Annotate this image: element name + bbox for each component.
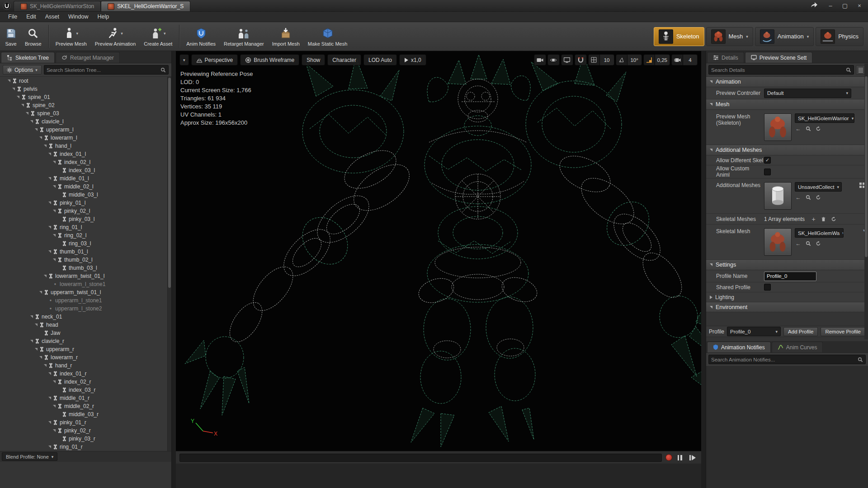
viewport-3d[interactable]: Perspective Brush Wireframe Show Charact… (176, 51, 701, 451)
reset-to-default-icon[interactable] (815, 240, 821, 247)
tree-row-bone[interactable]: middle_02_l (0, 183, 171, 191)
tree-row-bone[interactable]: index_02_l (0, 158, 171, 166)
tab-animation-notifies[interactable]: Animation Notifies (707, 342, 771, 352)
titlebar-drag-area[interactable] (190, 0, 808, 11)
additional-meshes-dropdown[interactable]: UnsavedCollect (795, 182, 842, 192)
section-header-mesh[interactable]: Mesh (706, 99, 868, 110)
tree-row-bone[interactable]: spine_01 (0, 93, 171, 101)
menu-item[interactable]: Asset (41, 12, 64, 21)
camera-speed-control[interactable]: 4 (671, 54, 698, 66)
menu-item[interactable]: Edit (22, 12, 41, 21)
tree-row-bone[interactable]: hand_r (0, 361, 171, 370)
tree-row-bone[interactable]: thumb_02_l (0, 256, 171, 264)
close-button[interactable]: × (853, 1, 866, 11)
browse-to-asset-icon[interactable] (805, 125, 811, 132)
menu-item[interactable]: Help (93, 12, 113, 21)
tree-row-bone[interactable]: clavicle_r (0, 337, 171, 345)
use-selected-asset-icon[interactable]: ← (795, 125, 802, 132)
preview-mesh-dropdown[interactable]: SK_HellGolemWarrior (795, 113, 854, 123)
camera-icon[interactable] (534, 54, 546, 66)
tree-row-bone[interactable]: head (0, 321, 171, 329)
expander-arrow-icon[interactable] (52, 404, 57, 409)
expander-arrow-icon[interactable] (33, 323, 38, 328)
remove-profile-button[interactable]: Remove Profile (821, 327, 865, 336)
tree-row-bone[interactable]: middle_02_r (0, 402, 171, 410)
profile-name-input[interactable] (764, 272, 816, 281)
skeleton-tree-search[interactable] (44, 65, 169, 75)
tree-row-bone[interactable]: pinky_03_l (0, 215, 171, 223)
expander-arrow-icon[interactable] (52, 258, 57, 263)
tab-anim-curves[interactable]: Anim Curves (772, 342, 823, 352)
tree-row-bone[interactable]: upperarm_l_stone1 (0, 296, 171, 305)
expander-arrow-icon[interactable] (47, 201, 52, 206)
tree-scrollbar[interactable] (167, 77, 171, 451)
expander-arrow-icon[interactable] (47, 420, 52, 425)
character-menu-button[interactable]: Character (327, 54, 361, 66)
skeletal-mesh-thumbnail[interactable] (764, 228, 792, 256)
expander-arrow-icon[interactable] (47, 176, 52, 181)
tree-row-bone[interactable]: spine_02 (0, 101, 171, 109)
reset-to-default-icon[interactable] (815, 194, 821, 201)
tree-row-bone[interactable]: pelvis (0, 85, 171, 93)
expander-arrow-icon[interactable] (38, 355, 43, 360)
record-button[interactable] (665, 454, 672, 461)
viewport-options-button[interactable] (179, 54, 189, 66)
tab-skeleton-tree[interactable]: Skeleton Tree (1, 52, 55, 63)
tree-row-bone[interactable]: clavicle_l (0, 117, 171, 126)
preview-mesh-button[interactable]: Preview Mesh (52, 23, 91, 50)
expander-arrow-icon[interactable] (15, 95, 20, 100)
expander-arrow-icon[interactable] (52, 209, 57, 214)
anim-notifies-button[interactable]: Anim Notifies (182, 23, 220, 50)
tree-row-bone[interactable]: root (0, 77, 171, 85)
skeletal-mesh-dropdown[interactable]: SK_HellGolemWa (795, 228, 844, 238)
additional-meshes-thumbnail[interactable] (764, 182, 792, 210)
expander-arrow-icon[interactable] (47, 445, 52, 450)
use-selected-asset-icon[interactable]: ← (795, 194, 802, 201)
grid-snap-control[interactable]: 10 (588, 54, 614, 66)
preview-animation-dropdown-icon[interactable] (121, 31, 123, 36)
profile-select-dropdown[interactable]: Profile_0 (727, 327, 781, 336)
mode-button-animation[interactable]: Animation (755, 27, 814, 46)
tree-row-bone[interactable]: pinky_01_r (0, 418, 171, 427)
expander-arrow-icon[interactable] (42, 274, 47, 279)
expander-arrow-icon[interactable] (47, 152, 52, 157)
mode-button-physics[interactable]: Physics (816, 27, 863, 46)
lod-auto-button[interactable]: LOD Auto (363, 54, 397, 66)
expander-arrow-icon[interactable] (52, 380, 57, 385)
tree-row-bone[interactable]: upperarm_twist_01_l (0, 288, 171, 296)
tree-row-bone[interactable]: Jaw (0, 329, 171, 337)
delete-array-icon[interactable] (820, 216, 827, 222)
tree-row-bone[interactable]: middle_03_l (0, 191, 171, 199)
mesh-mode-dropdown-icon[interactable] (746, 34, 748, 39)
expander-arrow-icon[interactable] (38, 290, 43, 295)
expander-arrow-icon[interactable] (52, 160, 57, 165)
preview-mesh-dropdown-icon[interactable] (76, 31, 78, 36)
tree-row-bone[interactable]: upperarm_l (0, 126, 171, 134)
make-static-mesh-button[interactable]: Make Static Mesh (304, 23, 351, 50)
details-scrollbar[interactable] (864, 64, 868, 339)
use-selected-asset-icon[interactable]: ← (795, 240, 802, 247)
tree-row-bone[interactable]: lowerarm_twist_01_l (0, 272, 171, 280)
tree-row-bone[interactable]: hand_l (0, 142, 171, 150)
scale-snap-control[interactable]: 0,25 (643, 54, 670, 66)
tree-row-bone[interactable]: ring_03_l (0, 239, 171, 248)
show-menu-button[interactable]: Show (302, 54, 325, 66)
tree-row-bone[interactable]: middle_03_r (0, 410, 171, 418)
details-scrollbar-thumb[interactable] (865, 76, 868, 257)
reset-array-icon[interactable] (830, 216, 837, 222)
add-array-element-icon[interactable]: + (810, 216, 817, 222)
expander-arrow-icon[interactable] (11, 87, 16, 92)
expander-arrow-icon[interactable] (42, 144, 47, 149)
create-asset-button[interactable]: Create Asset (140, 23, 176, 50)
tree-row-bone[interactable]: pinky_02_l (0, 207, 171, 215)
allow-different-skeletons-checkbox[interactable]: ✓ (764, 157, 771, 164)
tree-scrollbar-thumb[interactable] (168, 78, 171, 288)
step-forward-button[interactable] (688, 455, 698, 460)
expander-arrow-icon[interactable] (38, 136, 43, 141)
pause-button[interactable] (676, 455, 684, 460)
tree-row-bone[interactable]: ring_01_l (0, 223, 171, 231)
tree-row-bone[interactable]: thumb_01_l (0, 248, 171, 256)
tree-row-bone[interactable]: index_02_r (0, 378, 171, 386)
expander-arrow-icon[interactable] (52, 233, 57, 238)
tree-row-bone[interactable]: index_01_l (0, 150, 171, 158)
